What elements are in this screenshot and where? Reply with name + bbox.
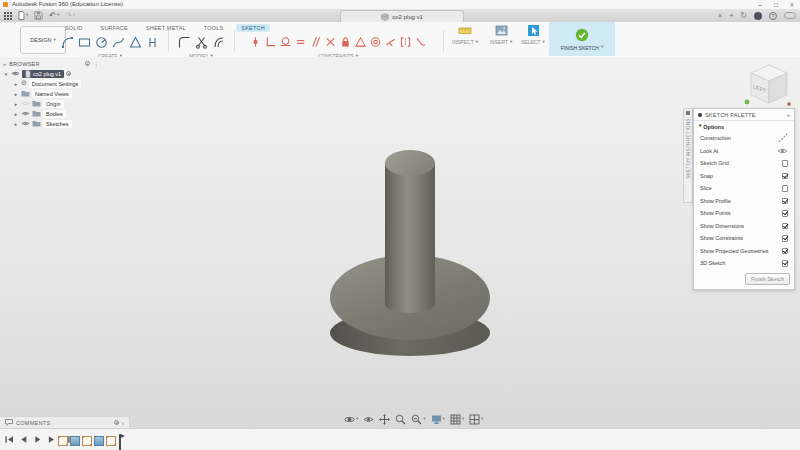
3d-sketch-checkbox[interactable] <box>782 260 789 267</box>
symmetry-constraint-icon[interactable] <box>400 36 411 48</box>
palette-row-show-profile[interactable]: Show Profile <box>694 195 794 208</box>
comments-status-icon[interactable] <box>114 420 119 425</box>
look-at-button[interactable] <box>363 415 374 424</box>
browser-item-origin[interactable]: ▸ Origin <box>13 99 133 108</box>
perpendicular-constraint-icon[interactable] <box>265 36 276 48</box>
timeline-go-to-start-button[interactable] <box>4 434 15 445</box>
fit-button[interactable]: ▾ <box>411 414 425 425</box>
visibility-eye-icon[interactable] <box>11 70 20 77</box>
offset-tool-icon[interactable] <box>212 36 225 49</box>
palette-options-section[interactable]: ▾ Options <box>694 121 794 132</box>
tangent-constraint-icon[interactable] <box>280 36 291 48</box>
palette-row-construction[interactable]: Construction <box>694 132 794 145</box>
model-cylinder-body[interactable] <box>385 163 435 313</box>
tab-sheet-metal[interactable]: SHEET METAL <box>141 24 191 32</box>
collinear-constraint-icon[interactable] <box>385 36 396 48</box>
file-menu-button[interactable]: ▾ <box>18 11 28 20</box>
tab-sketch[interactable]: SKETCH <box>236 24 270 32</box>
model-viewport[interactable]: « BROWSER ⋮ ▾ co2 plug v1 ▸ ⚙ Document S… <box>0 57 800 428</box>
expand-arrow-icon[interactable]: ▸ <box>13 121 19 127</box>
expand-arrow-icon[interactable]: ▾ <box>3 71 9 77</box>
visibility-eye-icon[interactable] <box>21 110 30 117</box>
fix-lock-constraint-icon[interactable] <box>340 36 351 48</box>
select-button[interactable]: SELECT▾ <box>515 24 551 45</box>
show-points-checkbox[interactable] <box>782 210 789 217</box>
pan-button[interactable] <box>379 414 390 425</box>
notification-pill-icon[interactable] <box>784 12 796 19</box>
visibility-eye-off-icon[interactable] <box>21 100 30 107</box>
browser-item-sketches[interactable]: ▸ Sketches <box>13 119 133 128</box>
activate-radio-icon[interactable] <box>66 71 71 76</box>
palette-row-slice[interactable]: Slice <box>694 182 794 195</box>
timeline-play-button[interactable] <box>32 434 43 445</box>
expand-arrow-icon[interactable]: ▸ <box>13 81 19 87</box>
insert-button[interactable]: INSERT▾ <box>483 24 519 45</box>
spline-tool-icon[interactable] <box>112 36 125 49</box>
timeline-playhead[interactable] <box>118 434 125 450</box>
orbit-button[interactable]: ▾ <box>344 414 358 425</box>
timeline-feature-sketch-1[interactable] <box>58 436 68 446</box>
midpoint-constraint-icon[interactable] <box>355 36 366 48</box>
browser-menu-icon[interactable]: ⋮ <box>93 60 99 67</box>
browser-root-row[interactable]: ▾ co2 plug v1 <box>3 69 133 78</box>
browser-item-document-settings[interactable]: ▸ ⚙ Document Settings <box>13 79 133 88</box>
equal-constraint-icon[interactable] <box>295 36 306 48</box>
inspect-button[interactable]: INSPECT▾ <box>447 24 483 45</box>
model-cylinder-top-face[interactable] <box>385 150 435 176</box>
palette-row-show-constraints[interactable]: Show Constraints <box>694 232 794 245</box>
grid-snaps-button[interactable]: ▾ <box>450 414 464 425</box>
show-profile-checkbox[interactable] <box>782 198 789 205</box>
timeline-step-back-button[interactable] <box>18 434 29 445</box>
maximize-button[interactable]: □ <box>768 0 784 9</box>
coincident-constraint-icon[interactable] <box>250 36 261 48</box>
browser-item-named-views[interactable]: ▸ Named Views <box>13 89 133 98</box>
expand-arrow-icon[interactable]: ▸ <box>13 91 19 97</box>
show-projected-geometries-checkbox[interactable] <box>782 248 789 255</box>
fillet-tool-icon[interactable] <box>178 36 191 49</box>
concentric-constraint-icon[interactable] <box>370 36 381 48</box>
sketch-grid-checkbox[interactable] <box>782 160 789 167</box>
expand-arrow-icon[interactable]: ▸ <box>13 111 19 117</box>
save-icon[interactable] <box>34 11 43 20</box>
parallel-constraint-icon[interactable] <box>310 36 321 48</box>
view-cube[interactable]: LEFT <box>742 61 794 111</box>
trim-scissors-icon[interactable] <box>195 36 208 49</box>
show-dimensions-checkbox[interactable] <box>782 223 789 230</box>
finish-sketch-button[interactable]: FINISH SKETCH▾ <box>549 22 615 56</box>
palette-row-look-at[interactable]: Look At <box>694 145 794 158</box>
data-panel-grid-icon[interactable] <box>4 12 12 20</box>
new-tab-button[interactable]: + <box>729 12 733 19</box>
timeline-feature-extrude-2[interactable] <box>94 436 104 446</box>
palette-finish-sketch-button[interactable]: Finish Sketch <box>745 273 790 285</box>
timeline-feature-sketch-2[interactable] <box>82 436 92 446</box>
tab-solid[interactable]: SOLID <box>60 24 88 32</box>
polygon-tool-icon[interactable] <box>129 36 142 49</box>
close-button[interactable]: × <box>784 0 800 9</box>
circle-tool-icon[interactable] <box>95 36 108 49</box>
timeline-feature-sketch-3[interactable] <box>106 436 116 446</box>
comments-expand-icon[interactable]: › <box>122 420 124 426</box>
rectangle-tool-icon[interactable] <box>78 36 91 49</box>
palette-row-show-points[interactable]: Show Points <box>694 207 794 220</box>
browser-collapse-icon[interactable]: « <box>3 61 6 67</box>
line-tool-icon[interactable] <box>61 36 74 49</box>
job-status-icon[interactable]: ↻ <box>740 12 747 20</box>
redo-button[interactable]: ↷ ▾ <box>65 12 75 20</box>
horizontal-vertical-constraint-icon[interactable] <box>325 36 336 48</box>
minimize-button[interactable]: – <box>752 0 768 9</box>
tab-tools[interactable]: TOOLS <box>199 24 229 32</box>
close-tab-button[interactable]: × <box>718 12 722 19</box>
display-settings-button[interactable]: ▾ <box>431 414 445 425</box>
comments-bar[interactable]: COMMENTS › <box>0 416 130 428</box>
construction-icon[interactable] <box>778 133 788 143</box>
snap-checkbox[interactable] <box>782 173 789 180</box>
palette-row-snap[interactable]: Snap <box>694 170 794 183</box>
tab-surface[interactable]: SURFACE <box>96 24 133 32</box>
browser-item-bodies[interactable]: ▸ Bodies <box>13 109 133 118</box>
zoom-button[interactable] <box>395 414 406 425</box>
collapsed-panel-tab[interactable]: SKETCH INSTRUCTIONS <box>683 108 693 203</box>
browser-filter-icon[interactable] <box>85 61 90 66</box>
palette-row-show-dimensions[interactable]: Show Dimensions <box>694 220 794 233</box>
undo-button[interactable]: ↶ ▾ <box>49 12 59 20</box>
timeline-feature-extrude-1[interactable] <box>70 436 80 446</box>
